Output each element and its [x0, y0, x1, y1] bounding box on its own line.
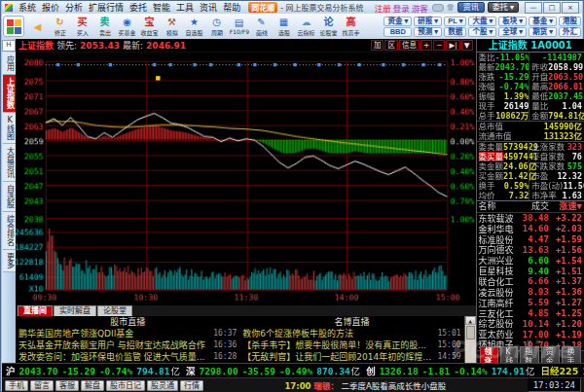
news-item[interactable]: 教你6个捉涨停板牛股的方法15:01 [242, 328, 460, 339]
menu-item[interactable]: 系统 [16, 1, 39, 14]
menu-item[interactable]: 报价 [39, 1, 62, 14]
toolbar-f10[interactable]: ▤F10/F9 [228, 15, 250, 38]
toolbar-stack-button[interactable]: 期货 ▾ [529, 27, 557, 37]
news-button[interactable]: 资讯 [457, 2, 485, 13]
chart-button[interactable]: − [433, 40, 445, 51]
sidebar-tab[interactable]: 综合排名 [3, 212, 16, 250]
trade-button[interactable]: 委托 ▾ [488, 2, 519, 13]
home-grid-icon[interactable] [3, 16, 24, 37]
toolbar-stack-button[interactable]: 资金 ▾ [383, 17, 412, 26]
index-quote[interactable]: 沪2043.70-15.29-0.74%794.81亿 [6, 364, 180, 377]
status-button[interactable]: 股市日记 [106, 380, 145, 391]
stock-speed: +1.27 [549, 298, 582, 307]
quote-value: 2066.01 [548, 82, 583, 91]
chat-icon[interactable] [432, 4, 444, 12]
index-label: 深 [186, 364, 196, 377]
sidebar-pin-button[interactable]: H [2, 40, 16, 52]
menu-item[interactable]: 委托 [127, 1, 150, 14]
status-button[interactable]: 解盘 [81, 380, 104, 391]
scroll-thumb[interactable] [466, 326, 475, 339]
menu-item[interactable]: 扩展行情 [86, 1, 127, 14]
news-item[interactable]: 【杀手韦宁】想要牛股很简单！没有真正的股...15:00 [242, 339, 460, 351]
chart-button[interactable]: ▼ [461, 40, 473, 51]
scroll-up-icon[interactable]: ▲ [465, 316, 476, 325]
menu-item[interactable]: 智能 [150, 1, 173, 14]
index-value: 7298.00 [200, 366, 238, 376]
toolbar-watchlist[interactable]: ★自选股 [183, 15, 205, 38]
menu-item[interactable]: 帮助 [220, 1, 243, 14]
status-button[interactable]: 股灵通 [147, 380, 178, 391]
column-header-price[interactable]: 成交 [519, 201, 549, 212]
toolbar-cloud[interactable]: ☁云指标 [295, 15, 317, 38]
status-button[interactable]: 客服 [55, 380, 79, 391]
index-quote[interactable]: 创1326.18-1.81-0.14%174.91亿 [366, 364, 534, 377]
column-header-speed-sort[interactable]: 涨速▼ [549, 201, 582, 212]
news-marquee[interactable]: 17:00 瑞银： 二季度A股看高成长性小盘股 [205, 379, 526, 391]
stock-price: 14.60 [519, 224, 549, 233]
minimize-icon[interactable]: — [525, 2, 542, 14]
column-header-name[interactable]: 名称 [479, 201, 520, 212]
toolbar-stack-button[interactable]: 全球 ▾ [498, 27, 527, 37]
index-quote[interactable]: 日经22515071.86+125.56+0.84% [540, 364, 584, 377]
toolbar-stack-button[interactable]: 港股 [559, 17, 581, 26]
news-item[interactable]: 天弘基金开放余额宝用户 与招财宝达成战略合作16:36 [18, 339, 237, 351]
toolbar-treasure[interactable]: 宝收益宝 [138, 15, 161, 38]
quote-cell: 均价7.32 [479, 191, 529, 200]
toolbar-stack-button[interactable]: 预测 ▾ [414, 27, 442, 37]
toolbar-item-label: 找高手 [343, 27, 360, 36]
toolbar-stack-button[interactable]: 个股 ▾ [468, 27, 496, 37]
menu-item[interactable]: 资讯 [197, 1, 220, 14]
toolbar-stack-button[interactable]: PL ▾ [444, 17, 466, 26]
menu-item[interactable]: 工具 [173, 1, 197, 14]
toolbar-stack-button[interactable]: 基金 ▾ [529, 17, 557, 26]
chart-button[interactable]: 区 [384, 40, 398, 51]
stock-price: 10.14 [519, 319, 549, 329]
news-item[interactable]: 发改委答问：加强环保电价监管 促进大气质量...16:28 [18, 351, 237, 363]
menu-item[interactable]: 分析 [62, 1, 86, 14]
titlebar-link[interactable]: 注册 [375, 2, 391, 14]
maximize-icon[interactable]: □ [543, 2, 561, 14]
toolbar-draw[interactable]: ✎画线 [250, 15, 273, 38]
sidebar-tab[interactable]: 上证指数 [3, 75, 16, 113]
chart-button[interactable]: ▶| [446, 40, 459, 51]
news-item[interactable]: 鹏华美国房地产领涨QDII基金16:37 [18, 328, 237, 339]
sidebar-tab[interactable]: K线图 [3, 113, 16, 144]
sidebar-tab[interactable]: 大盘资讯 [3, 144, 16, 182]
status-button[interactable]: 行情 [180, 380, 203, 391]
toolbar-stack-button[interactable]: 外汇 [559, 27, 581, 37]
chart-button[interactable]: 信息 [399, 40, 420, 51]
toolbar-adjust[interactable]: ↻修正 [49, 15, 71, 38]
sidebar-tab[interactable]: 应用 [3, 53, 16, 75]
status-button[interactable]: 手机 [5, 380, 28, 391]
toolbar-sell[interactable]: 卖卖出 [93, 15, 116, 38]
toolbar-forum[interactable]: 论论股堂 [317, 15, 340, 38]
titlebar-link[interactable]: 游客 [412, 2, 428, 14]
toolbar-screener[interactable]: ▦选股 [273, 15, 295, 38]
sidebar-tab[interactable]: 自选股 [3, 182, 16, 212]
toolbar-period[interactable]: ◷周期 [205, 15, 228, 38]
index-quote[interactable]: 深7298.00-35.59-0.49%870.34亿 [186, 364, 360, 377]
news-tab[interactable]: 直播间 [18, 305, 53, 316]
toolbar-stack-button[interactable]: 大盘 ▾ [468, 17, 496, 26]
toolbar-stack-button[interactable]: 数据 [444, 27, 466, 37]
titlebar-link[interactable]: 登录 [393, 2, 410, 14]
toolbar-back[interactable]: ◀ [26, 15, 49, 38]
toolbar-simulate[interactable]: ⚒模拟 [161, 15, 183, 38]
chart-button[interactable]: + [420, 40, 432, 51]
toolbar-stack-button[interactable]: BBD [383, 27, 412, 37]
news-item[interactable]: 【无敌判官】让我们一起回顾2014年初的辉煌战...14:59 [242, 351, 460, 363]
status-button[interactable]: 留言 [30, 380, 54, 391]
toolbar-buy[interactable]: 买买入 [71, 15, 93, 38]
sidebar-tab[interactable]: 更多 [3, 250, 16, 272]
toolbar-expert[interactable]: 高找高手 [340, 15, 362, 38]
toolbar-stack-button[interactable]: 研报 ▾ [414, 17, 442, 26]
chart-button[interactable]: 加 [371, 40, 384, 51]
toolbar-stack-button[interactable]: 板块 ▾ [498, 17, 527, 26]
news-tab[interactable]: 论股堂 [97, 305, 132, 316]
toolbar-fund[interactable]: ◉买基金 [116, 15, 138, 38]
f10-icon: ▤ [235, 18, 243, 28]
close-icon[interactable]: × [562, 2, 579, 14]
news-tab[interactable]: 实时解盘 [54, 305, 96, 316]
skin-icon[interactable] [447, 4, 455, 11]
intraday-chart[interactable] [16, 53, 476, 305]
